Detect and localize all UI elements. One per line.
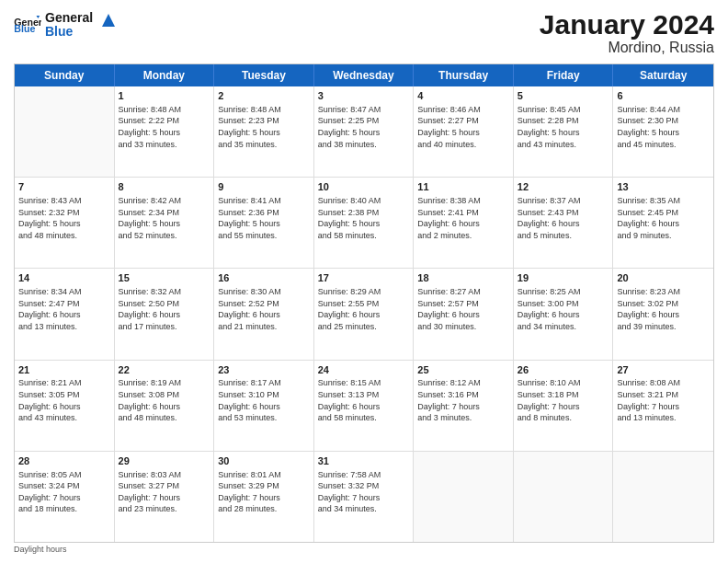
page-subtitle: Mordino, Russia [540, 40, 714, 56]
page: General Blue General Blue January 2024 M… [0, 0, 728, 563]
day-number: 26 [518, 363, 609, 377]
cell-line: and 34 minutes. [518, 321, 609, 333]
svg-marker-3 [102, 14, 115, 27]
day-number: 4 [417, 89, 509, 103]
logo-triangle-icon [98, 10, 119, 30]
cell-line: Sunrise: 8:05 AM [18, 469, 110, 481]
day-cell-20: 20Sunrise: 8:23 AMSunset: 3:02 PMDayligh… [613, 269, 713, 359]
cell-line: Sunset: 3:18 PM [518, 389, 609, 401]
day-number: 14 [18, 271, 110, 285]
cell-line: Daylight: 6 hours [318, 309, 410, 321]
day-number: 30 [218, 454, 310, 468]
cell-line: Sunrise: 8:47 AM [318, 104, 410, 116]
logo-icon: General Blue [14, 16, 41, 32]
day-number: 6 [617, 89, 710, 103]
cell-line: Sunrise: 8:27 AM [417, 286, 509, 298]
calendar-week-1: 1Sunrise: 8:48 AMSunset: 2:22 PMDaylight… [15, 86, 713, 178]
day-number: 15 [119, 271, 210, 285]
day-cell-6: 6Sunrise: 8:44 AMSunset: 2:30 PMDaylight… [613, 86, 713, 177]
cell-line: and 23 minutes. [119, 503, 210, 515]
cell-line: Sunset: 2:38 PM [318, 207, 410, 219]
cell-line: Daylight: 5 hours [119, 127, 210, 139]
cell-line: and 48 minutes. [119, 412, 210, 424]
cell-line: Daylight: 6 hours [417, 218, 509, 230]
day-number: 24 [318, 363, 410, 377]
cell-line: Daylight: 6 hours [119, 309, 210, 321]
cell-line: and 28 minutes. [218, 503, 310, 515]
day-cell-18: 18Sunrise: 8:27 AMSunset: 2:57 PMDayligh… [414, 269, 514, 359]
day-cell-26: 26Sunrise: 8:10 AMSunset: 3:18 PMDayligh… [514, 361, 614, 451]
cell-line: Daylight: 7 hours [218, 492, 310, 504]
cell-line: and 58 minutes. [318, 412, 410, 424]
day-number: 19 [518, 271, 609, 285]
cell-line: Sunset: 2:32 PM [18, 207, 110, 219]
empty-cell [514, 452, 614, 542]
day-cell-9: 9Sunrise: 8:41 AMSunset: 2:36 PMDaylight… [214, 178, 314, 268]
cell-line: Sunset: 3:13 PM [318, 389, 410, 401]
cell-line: and 30 minutes. [417, 321, 509, 333]
cell-line: Sunrise: 8:17 AM [218, 377, 310, 389]
cell-line: Sunset: 3:05 PM [18, 389, 110, 401]
logo-line1: General [45, 11, 93, 25]
cell-line: Daylight: 5 hours [617, 127, 710, 139]
day-number: 10 [318, 180, 410, 194]
day-number: 17 [318, 271, 410, 285]
cell-line: Sunrise: 8:38 AM [417, 195, 509, 207]
day-number: 20 [617, 271, 710, 285]
cell-line: Sunrise: 8:32 AM [119, 286, 210, 298]
cell-line: and 45 minutes. [617, 139, 710, 151]
day-number: 21 [18, 363, 110, 377]
cell-line: Sunset: 2:41 PM [417, 207, 509, 219]
day-cell-22: 22Sunrise: 8:19 AMSunset: 3:08 PMDayligh… [115, 361, 215, 451]
cell-line: Sunrise: 8:15 AM [318, 377, 410, 389]
cell-line: and 13 minutes. [617, 412, 710, 424]
cell-line: and 21 minutes. [218, 321, 310, 333]
cell-line: Daylight: 6 hours [417, 309, 509, 321]
cell-line: Sunrise: 8:37 AM [518, 195, 609, 207]
cell-line: and 43 minutes. [18, 412, 110, 424]
cell-line: Daylight: 7 hours [417, 401, 509, 413]
cell-line: and 9 minutes. [617, 230, 710, 242]
cell-line: Sunset: 3:00 PM [518, 298, 609, 310]
cell-line: Sunrise: 8:34 AM [18, 286, 110, 298]
day-cell-29: 29Sunrise: 8:03 AMSunset: 3:27 PMDayligh… [115, 452, 215, 542]
cell-line: Sunrise: 8:48 AM [119, 104, 210, 116]
day-cell-7: 7Sunrise: 8:43 AMSunset: 2:32 PMDaylight… [15, 178, 115, 268]
cell-line: Sunset: 3:27 PM [119, 480, 210, 492]
header-day-wednesday: Wednesday [314, 64, 415, 86]
cell-line: Daylight: 6 hours [617, 309, 710, 321]
header-day-saturday: Saturday [613, 64, 713, 86]
cell-line: Sunrise: 8:29 AM [318, 286, 410, 298]
cell-line: Sunset: 2:47 PM [18, 298, 110, 310]
day-cell-5: 5Sunrise: 8:45 AMSunset: 2:28 PMDaylight… [514, 86, 614, 177]
cell-line: Sunset: 3:32 PM [318, 480, 410, 492]
cell-line: and 39 minutes. [617, 321, 710, 333]
cell-line: Daylight: 6 hours [119, 401, 210, 413]
cell-line: Sunset: 2:34 PM [119, 207, 210, 219]
day-number: 29 [119, 454, 210, 468]
cell-line: Sunrise: 8:30 AM [218, 286, 310, 298]
cell-line: and 17 minutes. [119, 321, 210, 333]
cell-line: and 55 minutes. [218, 230, 310, 242]
cell-line: Daylight: 7 hours [18, 492, 110, 504]
day-cell-12: 12Sunrise: 8:37 AMSunset: 2:43 PMDayligh… [514, 178, 614, 268]
cell-line: Sunrise: 8:48 AM [218, 104, 310, 116]
cell-line: Sunset: 3:21 PM [617, 389, 710, 401]
cell-line: Daylight: 5 hours [218, 218, 310, 230]
cell-line: Daylight: 5 hours [119, 218, 210, 230]
cell-line: Sunrise: 8:19 AM [119, 377, 210, 389]
cell-line: Daylight: 7 hours [617, 401, 710, 413]
cell-line: Sunset: 2:30 PM [617, 115, 710, 127]
cell-line: Sunset: 2:45 PM [617, 207, 710, 219]
cell-line: Sunrise: 8:23 AM [617, 286, 710, 298]
day-cell-3: 3Sunrise: 8:47 AMSunset: 2:25 PMDaylight… [314, 86, 415, 177]
cell-line: and 43 minutes. [518, 139, 609, 151]
cell-line: Sunset: 2:25 PM [318, 115, 410, 127]
header-day-tuesday: Tuesday [214, 64, 314, 86]
cell-line: Daylight: 6 hours [18, 309, 110, 321]
footer-note: Daylight hours [14, 543, 714, 554]
cell-line: Sunrise: 8:12 AM [417, 377, 509, 389]
cell-line: and 48 minutes. [18, 230, 110, 242]
cell-line: Sunset: 2:50 PM [119, 298, 210, 310]
cell-line: Sunrise: 8:35 AM [617, 195, 710, 207]
